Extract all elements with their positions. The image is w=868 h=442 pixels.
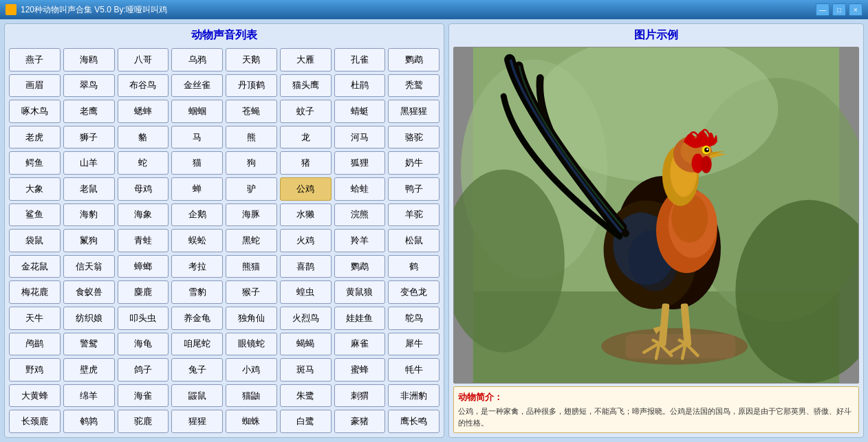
animal-button[interactable]: 鸵鸟 <box>388 307 440 330</box>
animal-button[interactable]: 白鹭 <box>280 410 332 433</box>
animal-button[interactable]: 小鸡 <box>226 358 277 382</box>
animal-button[interactable]: 貉 <box>118 126 169 149</box>
animal-button[interactable]: 海雀 <box>118 384 169 408</box>
animal-button[interactable]: 翠鸟 <box>63 74 115 98</box>
animal-button[interactable]: 海豹 <box>63 203 115 227</box>
animal-button[interactable]: 蚊子 <box>280 100 332 123</box>
animal-button[interactable]: 兔子 <box>171 358 223 382</box>
animal-button[interactable]: 警鸳 <box>63 333 115 356</box>
animal-button[interactable]: 大黄蜂 <box>9 384 61 408</box>
animal-button[interactable]: 壁虎 <box>63 358 115 382</box>
animal-button[interactable]: 熊 <box>226 126 277 149</box>
animal-button[interactable]: 天鹅 <box>226 48 277 71</box>
animal-button[interactable]: 犀牛 <box>388 333 440 356</box>
animal-button[interactable]: 鲨鱼 <box>9 203 61 227</box>
animal-button[interactable]: 金丝雀 <box>171 74 223 98</box>
animal-button[interactable]: 海象 <box>118 203 169 227</box>
animal-button[interactable]: 鹦鹉 <box>334 255 386 278</box>
animal-button[interactable]: 绵羊 <box>63 384 115 408</box>
animal-button[interactable]: 斑马 <box>280 358 332 382</box>
animal-button[interactable]: 蛤蛙 <box>334 177 386 201</box>
animal-button[interactable]: 牦牛 <box>388 358 440 382</box>
animal-button[interactable]: 杜鹃 <box>334 74 386 98</box>
animal-button[interactable]: 猫鼬 <box>226 384 277 408</box>
animal-button[interactable]: 老虎 <box>9 126 61 149</box>
animal-button[interactable]: 麻雀 <box>334 333 386 356</box>
animal-button[interactable]: 金花鼠 <box>9 255 61 278</box>
animal-button[interactable]: 驼鹿 <box>118 410 169 433</box>
animal-button[interactable]: 麋鹿 <box>118 280 169 304</box>
animal-button[interactable]: 松鼠 <box>388 229 440 252</box>
close-button[interactable]: × <box>849 3 862 16</box>
animal-button[interactable]: 啄木鸟 <box>9 100 61 123</box>
animal-button[interactable]: 蟋蟀 <box>118 100 169 123</box>
animal-button[interactable]: 黄鼠狼 <box>334 280 386 304</box>
animal-button[interactable]: 龙 <box>280 126 332 149</box>
animal-button[interactable]: 蝎蝎 <box>280 333 332 356</box>
animal-button[interactable]: 眼镜蛇 <box>226 333 277 356</box>
animal-button[interactable]: 燕子 <box>9 48 61 71</box>
animal-button[interactable]: 咱尾蛇 <box>171 333 223 356</box>
animal-button[interactable]: 水獭 <box>280 203 332 227</box>
animal-button[interactable]: 河马 <box>334 126 386 149</box>
animal-button[interactable]: 野鸡 <box>9 358 61 382</box>
animal-button[interactable]: 猫 <box>171 151 223 175</box>
animal-button[interactable]: 鳄鱼 <box>9 151 61 175</box>
animal-button[interactable]: 鸽子 <box>118 358 169 382</box>
animal-button[interactable]: 蝗虫 <box>280 280 332 304</box>
animal-button[interactable]: 山羊 <box>63 151 115 175</box>
animal-button[interactable]: 蝉 <box>171 177 223 201</box>
animal-button[interactable]: 黑猩猩 <box>388 100 440 123</box>
animal-button[interactable]: 鸬鹚 <box>9 333 61 356</box>
animal-button[interactable]: 蜘蛛 <box>226 410 277 433</box>
animal-button[interactable]: 熊猫 <box>226 255 277 278</box>
animal-button[interactable]: 画眉 <box>9 74 61 98</box>
animal-button[interactable]: 朱鹭 <box>280 384 332 408</box>
animal-button[interactable]: 袋鼠 <box>9 229 61 252</box>
animal-button[interactable]: 奶牛 <box>388 151 440 175</box>
animal-button[interactable]: 信天翁 <box>63 255 115 278</box>
animal-button[interactable]: 叩头虫 <box>118 307 169 330</box>
animal-button[interactable]: 豪猪 <box>334 410 386 433</box>
animal-button[interactable]: 蝈蝈 <box>171 100 223 123</box>
animal-button[interactable]: 娃娃鱼 <box>334 307 386 330</box>
maximize-button[interactable]: □ <box>832 3 846 16</box>
animal-button[interactable]: 鹦鹉 <box>388 48 440 71</box>
animal-button[interactable]: 骆驼 <box>388 126 440 149</box>
animal-button[interactable]: 狗 <box>226 151 277 175</box>
animal-button[interactable]: 大象 <box>9 177 61 201</box>
animal-button[interactable]: 非洲豹 <box>388 384 440 408</box>
animal-button[interactable]: 海鸥 <box>63 48 115 71</box>
animal-button[interactable]: 老鼠 <box>63 177 115 201</box>
animal-button[interactable]: 食蚁兽 <box>63 280 115 304</box>
animal-button[interactable]: 羚羊 <box>334 229 386 252</box>
animal-button[interactable]: 猴子 <box>226 280 277 304</box>
minimize-button[interactable]: — <box>816 3 829 16</box>
animal-button[interactable]: 驴 <box>226 177 277 201</box>
animal-button[interactable]: 火鸡 <box>280 229 332 252</box>
animal-button[interactable]: 猪 <box>280 151 332 175</box>
animal-button[interactable]: 鹰长鸣 <box>388 410 440 433</box>
animal-button[interactable]: 猩猩 <box>171 410 223 433</box>
animal-button[interactable]: 布谷鸟 <box>118 74 169 98</box>
animal-button[interactable]: 狐狸 <box>334 151 386 175</box>
animal-button[interactable]: 养金龟 <box>171 307 223 330</box>
animal-button[interactable]: 猫头鹰 <box>280 74 332 98</box>
animal-button[interactable]: 梅花鹿 <box>9 280 61 304</box>
animal-button[interactable]: 刺猬 <box>334 384 386 408</box>
animal-button[interactable]: 鼹鼠 <box>171 384 223 408</box>
animal-button[interactable]: 八哥 <box>118 48 169 71</box>
animal-button[interactable]: 浣熊 <box>334 203 386 227</box>
animal-button[interactable]: 变色龙 <box>388 280 440 304</box>
animal-button[interactable]: 狮子 <box>63 126 115 149</box>
animal-button[interactable]: 长颈鹿 <box>9 410 61 433</box>
animal-button[interactable]: 鹤 <box>388 255 440 278</box>
animal-button[interactable]: 蜻蜓 <box>334 100 386 123</box>
animal-button[interactable]: 考拉 <box>171 255 223 278</box>
animal-button[interactable]: 孔雀 <box>334 48 386 71</box>
animal-button[interactable]: 羊驼 <box>388 203 440 227</box>
animal-button[interactable]: 纺织娘 <box>63 307 115 330</box>
animal-button[interactable]: 雪豹 <box>171 280 223 304</box>
animal-button[interactable]: 大雁 <box>280 48 332 71</box>
animal-button[interactable]: 丹顶鹤 <box>226 74 277 98</box>
